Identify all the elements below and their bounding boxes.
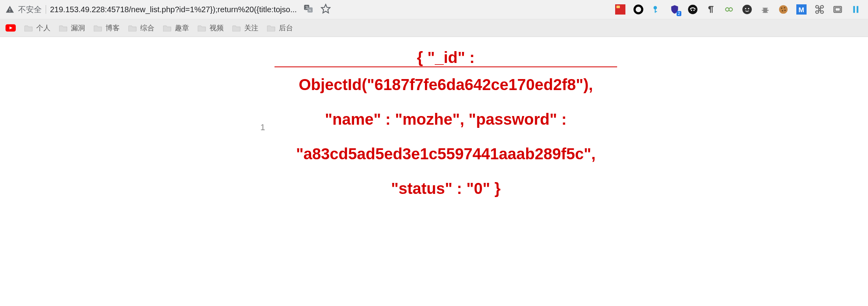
ext-command-icon[interactable] (814, 4, 825, 15)
ext-badge-count: 2 (677, 11, 681, 16)
ext-circle-icon[interactable] (633, 4, 644, 15)
bookmarks-bar: 个人 漏洞 博客 综合 趣章 视频 关注 后台 (0, 19, 868, 37)
bookmark-label: 综合 (140, 23, 154, 33)
bookmark-label: 后台 (279, 23, 293, 33)
row-number: 1 (251, 49, 274, 206)
svg-rect-6 (616, 6, 620, 8)
ext-hacker-icon[interactable] (688, 4, 698, 15)
svg-point-13 (694, 10, 695, 11)
ext-link-icon[interactable] (724, 4, 734, 15)
svg-point-7 (634, 6, 642, 13)
ext-m-icon[interactable]: M (796, 4, 807, 15)
insecure-label: 不安全 (18, 4, 42, 15)
svg-rect-32 (853, 6, 855, 13)
bookmark-label: 趣章 (175, 23, 189, 33)
bookmark-folder-2[interactable]: 博客 (94, 23, 120, 33)
url-text: 219.153.49.228:45718/new_list.php?id=1%2… (50, 5, 297, 14)
ext-present-icon[interactable] (833, 4, 843, 15)
folder-icon (94, 24, 102, 31)
folder-icon (267, 24, 276, 31)
folder-icon (163, 24, 172, 31)
svg-point-14 (725, 8, 729, 11)
svg-marker-4 (321, 4, 330, 13)
svg-rect-31 (835, 8, 840, 11)
ext-pilcrow-icon[interactable] (706, 4, 716, 15)
svg-rect-10 (655, 11, 657, 12)
page-content: 1 { "_id" : ObjectId("6187f7fe6da642ce17… (0, 37, 868, 206)
ext-bug-icon[interactable] (760, 4, 770, 15)
extension-icons: 2 M (615, 4, 865, 15)
bookmark-folder-6[interactable]: 关注 (232, 23, 258, 33)
svg-point-18 (748, 8, 749, 9)
svg-point-26 (782, 10, 783, 11)
ext-face-icon[interactable] (742, 4, 752, 15)
svg-rect-33 (857, 6, 858, 13)
folder-icon (24, 24, 33, 31)
bookmark-folder-0[interactable]: 个人 (24, 23, 50, 33)
folder-icon (128, 24, 137, 31)
ext-flag-icon[interactable] (615, 4, 625, 15)
result-body: ObjectId("6187f7fe6da642ce170ed2f8"), "n… (274, 67, 617, 206)
bookmark-label: 个人 (36, 23, 50, 33)
bookmark-folder-5[interactable]: 视频 (198, 23, 224, 33)
bookmark-label: 漏洞 (71, 23, 85, 33)
svg-point-24 (781, 7, 782, 9)
ext-shield-icon[interactable]: 2 (670, 4, 680, 15)
result-table: 1 { "_id" : ObjectId("6187f7fe6da642ce17… (251, 49, 617, 206)
bookmark-label: 关注 (244, 23, 258, 33)
address-bar-row: 不安全 219.153.49.228:45718/new_list.php?id… (0, 0, 868, 19)
svg-point-15 (729, 8, 733, 11)
address-bar[interactable]: 不安全 219.153.49.228:45718/new_list.php?id… (3, 2, 299, 17)
insecure-warning-icon (6, 5, 14, 14)
ext-pause-icon[interactable] (851, 4, 861, 15)
bookmark-folder-7[interactable]: 后台 (267, 23, 293, 33)
youtube-icon (6, 24, 16, 32)
translate-icon[interactable]: 文A (303, 4, 313, 15)
svg-rect-9 (655, 9, 656, 13)
svg-point-16 (742, 5, 752, 14)
bookmark-folder-1[interactable]: 漏洞 (59, 23, 85, 33)
svg-point-12 (691, 10, 692, 11)
bookmark-youtube[interactable] (6, 24, 16, 32)
svg-text:文: 文 (305, 6, 309, 9)
ext-cookie-icon[interactable] (778, 4, 788, 15)
svg-point-17 (745, 8, 746, 9)
ext-key-icon[interactable] (651, 4, 662, 15)
folder-icon (59, 24, 68, 31)
folder-icon (198, 24, 206, 31)
bookmark-folder-4[interactable]: 趣章 (163, 23, 189, 33)
bookmark-star-icon[interactable] (321, 4, 331, 15)
svg-text:M: M (798, 6, 804, 14)
folder-icon (232, 24, 241, 31)
svg-point-11 (688, 5, 697, 14)
address-separator (46, 5, 46, 14)
svg-point-23 (779, 5, 788, 14)
svg-point-25 (784, 7, 785, 8)
svg-point-27 (785, 10, 786, 11)
svg-text:A: A (309, 8, 311, 12)
bookmark-label: 视频 (210, 23, 224, 33)
bookmark-folder-3[interactable]: 综合 (128, 23, 154, 33)
result-header: { "_id" : (274, 49, 617, 67)
bookmark-label: 博客 (106, 23, 120, 33)
